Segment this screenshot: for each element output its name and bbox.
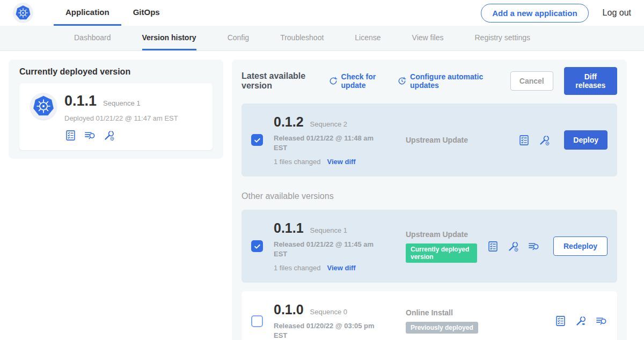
- subnav-dashboard[interactable]: Dashboard: [74, 26, 111, 50]
- kubernetes-app-icon: [30, 93, 57, 120]
- version-source-label: Online Install: [406, 308, 545, 317]
- subnav-view-files[interactable]: View files: [412, 26, 444, 50]
- version-checkbox[interactable]: [251, 134, 263, 146]
- currently-deployed-title: Currently deployed version: [19, 67, 213, 77]
- configure-automatic-updates-link[interactable]: Configure automatic updates: [397, 72, 489, 90]
- other-available-versions-title: Other available versions: [241, 191, 617, 201]
- config-wrench-gear-icon[interactable]: [507, 240, 519, 253]
- main-content: Currently deployed version 0.1.1 Sequenc…: [0, 51, 644, 340]
- version-source-label: Upstream Update: [406, 136, 508, 144]
- app-logo: [13, 0, 33, 26]
- sequence-label: Sequence 2: [310, 120, 347, 128]
- diff-releases-button[interactable]: Diff releases: [564, 67, 617, 95]
- subnav-version-history[interactable]: Version history: [142, 26, 196, 50]
- currently-deployed-badge: Currently deployed version: [406, 243, 477, 263]
- check-for-update-label: Check for update: [341, 72, 387, 90]
- currently-deployed-panel: Currently deployed version 0.1.1 Sequenc…: [9, 60, 223, 159]
- version-row-0-1-0: 0.1.0 Sequence 0 Released 01/20/22 @ 03:…: [241, 291, 617, 340]
- view-diff-link[interactable]: View diff: [327, 264, 355, 272]
- clock-refresh-icon: [397, 76, 407, 86]
- tab-gitops[interactable]: GitOps: [121, 0, 172, 26]
- check-for-update-link[interactable]: Check for update: [328, 72, 387, 90]
- version-checkbox[interactable]: [251, 240, 263, 252]
- deployed-timestamp: Deployed 01/21/22 @ 11:47 am EST: [64, 114, 178, 122]
- sequence-label: Sequence 1: [310, 226, 347, 234]
- released-timestamp: Released 01/21/22 @ 11:48 am EST: [274, 134, 385, 152]
- subnav-troubleshoot[interactable]: Troubleshoot: [280, 26, 324, 50]
- kubernetes-logo-icon: [13, 3, 33, 23]
- configure-automatic-updates-label: Configure automatic updates: [410, 72, 489, 90]
- app-sub-nav: Dashboard Version history Config Trouble…: [0, 26, 644, 51]
- sequence-label: Sequence 0: [310, 308, 347, 316]
- preflight-checklist-icon[interactable]: [554, 315, 567, 327]
- cancel-button[interactable]: Cancel: [510, 71, 553, 91]
- checkmark-icon: [253, 242, 261, 250]
- add-new-application-button[interactable]: Add a new application: [481, 4, 588, 23]
- deployed-sequence-label: Sequence 1: [103, 99, 140, 107]
- version-checkbox[interactable]: [251, 315, 263, 327]
- top-nav: Application GitOps Add a new application…: [0, 0, 644, 26]
- checkmark-icon: [253, 136, 261, 144]
- deploy-button[interactable]: Deploy: [564, 130, 608, 150]
- previously-deployed-badge: Previously deployed: [406, 322, 478, 334]
- tab-application[interactable]: Application: [54, 0, 121, 26]
- version-row-0-1-1: 0.1.1 Sequence 1 Released 01/21/22 @ 11:…: [241, 210, 617, 283]
- subnav-license[interactable]: License: [355, 26, 380, 50]
- version-source-label: Upstream Update: [406, 230, 477, 239]
- released-timestamp: Released 01/20/22 @ 03:05 pm EST: [274, 321, 385, 340]
- version-number: 0.1.0: [274, 302, 304, 317]
- subnav-registry-settings[interactable]: Registry settings: [474, 26, 530, 50]
- deploy-logs-icon[interactable]: [595, 315, 608, 327]
- redeploy-button[interactable]: Redeploy: [553, 236, 608, 256]
- version-number: 0.1.2: [274, 114, 304, 130]
- preflight-checklist-icon[interactable]: [64, 129, 77, 142]
- config-wrench-eye-icon[interactable]: [575, 315, 587, 327]
- config-wrench-gear-icon[interactable]: [103, 129, 115, 142]
- released-timestamp: Released 01/21/22 @ 11:45 am EST: [274, 240, 385, 258]
- config-wrench-gear-icon[interactable]: [538, 134, 551, 146]
- preflight-checklist-icon[interactable]: [487, 240, 499, 253]
- files-changed-label: 1 files changed: [274, 264, 320, 272]
- preflight-checklist-icon[interactable]: [518, 134, 530, 146]
- topnav-spacer: [172, 0, 481, 26]
- files-changed-label: 1 files changed: [274, 158, 320, 166]
- version-row-0-1-2: 0.1.2 Sequence 2 Released 01/21/22 @ 11:…: [241, 104, 617, 176]
- deploy-logs-icon[interactable]: [84, 129, 96, 142]
- subnav-config[interactable]: Config: [228, 26, 249, 50]
- refresh-icon: [328, 76, 338, 86]
- version-number: 0.1.1: [274, 220, 304, 236]
- deployed-version-number: 0.1.1: [64, 93, 97, 109]
- logout-link[interactable]: Log out: [603, 8, 631, 18]
- deploy-logs-icon[interactable]: [528, 240, 540, 253]
- view-diff-link[interactable]: View diff: [327, 158, 355, 166]
- currently-deployed-card: 0.1.1 Sequence 1 Deployed 01/21/22 @ 11:…: [19, 83, 213, 150]
- available-versions-panel: Latest available version Check for updat…: [232, 60, 627, 340]
- latest-available-title: Latest available version: [241, 71, 318, 91]
